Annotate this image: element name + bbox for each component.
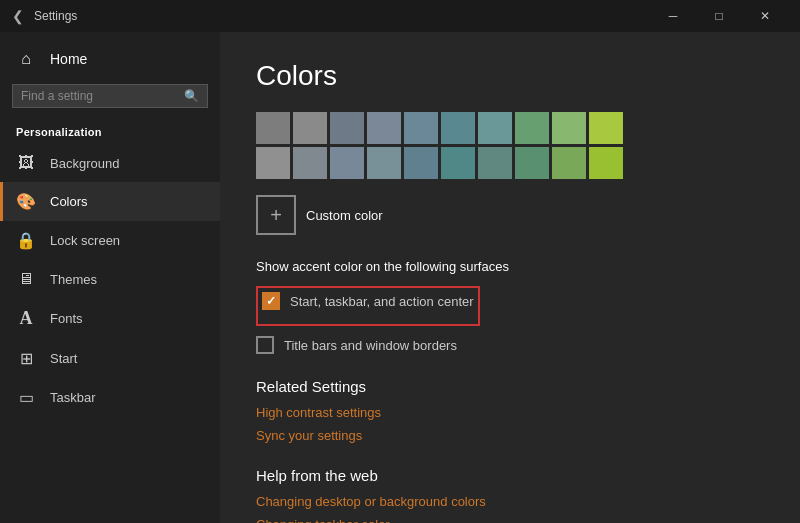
sidebar-item-colors[interactable]: 🎨 Colors xyxy=(0,182,220,221)
checkbox-item-1: Start, taskbar, and action center xyxy=(262,292,474,310)
titlebar: ❮ Settings ─ □ ✕ xyxy=(0,0,800,32)
highlight-border: Start, taskbar, and action center xyxy=(256,286,480,326)
checkbox-item-2: Title bars and window borders xyxy=(256,336,764,354)
color-swatch[interactable] xyxy=(552,147,586,179)
sidebar-item-label: Taskbar xyxy=(50,390,96,405)
fonts-icon: A xyxy=(16,308,36,329)
back-button[interactable]: ❮ xyxy=(12,8,24,24)
high-contrast-link[interactable]: High contrast settings xyxy=(256,405,764,420)
search-input[interactable] xyxy=(21,89,178,103)
sidebar-item-taskbar[interactable]: ▭ Taskbar xyxy=(0,378,220,417)
checkbox-title-bars[interactable] xyxy=(256,336,274,354)
color-swatch[interactable] xyxy=(404,112,438,144)
sidebar-item-label: Fonts xyxy=(50,311,83,326)
custom-color-label: Custom color xyxy=(306,208,383,223)
sidebar-item-label: Themes xyxy=(50,272,97,287)
color-swatch[interactable] xyxy=(478,112,512,144)
color-swatch[interactable] xyxy=(515,112,549,144)
content-area: Colors xyxy=(220,32,800,523)
color-swatch[interactable] xyxy=(293,112,327,144)
color-swatch[interactable] xyxy=(589,112,623,144)
sidebar-home-label: Home xyxy=(50,51,87,67)
color-swatch[interactable] xyxy=(330,112,364,144)
sidebar-item-label: Colors xyxy=(50,194,88,209)
maximize-button[interactable]: □ xyxy=(696,0,742,32)
color-swatch[interactable] xyxy=(367,147,401,179)
color-swatch[interactable] xyxy=(478,147,512,179)
change-taskbar-link[interactable]: Changing taskbar color xyxy=(256,517,764,523)
sidebar: ⌂ Home 🔍 Personalization 🖼 Background 🎨 … xyxy=(0,32,220,523)
window-controls: ─ □ ✕ xyxy=(650,0,788,32)
custom-color-button[interactable]: + xyxy=(256,195,296,235)
color-swatch[interactable] xyxy=(441,112,475,144)
sidebar-item-themes[interactable]: 🖥 Themes xyxy=(0,260,220,298)
color-swatch[interactable] xyxy=(589,147,623,179)
color-swatches-grid xyxy=(256,112,764,179)
colors-icon: 🎨 xyxy=(16,192,36,211)
checkbox-label-1: Start, taskbar, and action center xyxy=(290,294,474,309)
color-swatch[interactable] xyxy=(515,147,549,179)
sync-settings-link[interactable]: Sync your settings xyxy=(256,428,764,443)
lock-icon: 🔒 xyxy=(16,231,36,250)
accent-section-label: Show accent color on the following surfa… xyxy=(256,259,764,274)
plus-icon: + xyxy=(270,204,282,227)
checkbox-label-2: Title bars and window borders xyxy=(284,338,457,353)
themes-icon: 🖥 xyxy=(16,270,36,288)
color-row-1 xyxy=(256,112,764,144)
help-title: Help from the web xyxy=(256,467,764,484)
minimize-button[interactable]: ─ xyxy=(650,0,696,32)
related-settings-title: Related Settings xyxy=(256,378,764,395)
taskbar-icon: ▭ xyxy=(16,388,36,407)
sidebar-item-fonts[interactable]: A Fonts xyxy=(0,298,220,339)
color-swatch[interactable] xyxy=(256,112,290,144)
sidebar-item-start[interactable]: ⊞ Start xyxy=(0,339,220,378)
color-swatch[interactable] xyxy=(367,112,401,144)
help-section: Help from the web Changing desktop or ba… xyxy=(256,467,764,523)
page-title: Colors xyxy=(256,60,764,92)
close-button[interactable]: ✕ xyxy=(742,0,788,32)
custom-color-row: + Custom color xyxy=(256,195,764,235)
sidebar-item-background[interactable]: 🖼 Background xyxy=(0,144,220,182)
change-background-link[interactable]: Changing desktop or background colors xyxy=(256,494,764,509)
sidebar-section-title: Personalization xyxy=(0,118,220,144)
color-row-2 xyxy=(256,147,764,179)
titlebar-title: Settings xyxy=(34,9,650,23)
search-box[interactable]: 🔍 xyxy=(12,84,208,108)
sidebar-item-label: Start xyxy=(50,351,77,366)
sidebar-item-home[interactable]: ⌂ Home xyxy=(0,40,220,78)
color-swatch[interactable] xyxy=(404,147,438,179)
app-body: ⌂ Home 🔍 Personalization 🖼 Background 🎨 … xyxy=(0,32,800,523)
color-swatch[interactable] xyxy=(441,147,475,179)
sidebar-item-label: Background xyxy=(50,156,119,171)
color-swatch[interactable] xyxy=(293,147,327,179)
home-icon: ⌂ xyxy=(16,50,36,68)
sidebar-item-label: Lock screen xyxy=(50,233,120,248)
checkbox-start-taskbar[interactable] xyxy=(262,292,280,310)
related-settings-section: Related Settings High contrast settings … xyxy=(256,378,764,443)
background-icon: 🖼 xyxy=(16,154,36,172)
color-swatch[interactable] xyxy=(330,147,364,179)
start-icon: ⊞ xyxy=(16,349,36,368)
search-icon: 🔍 xyxy=(184,89,199,103)
color-swatch[interactable] xyxy=(552,112,586,144)
color-swatch[interactable] xyxy=(256,147,290,179)
sidebar-item-lock-screen[interactable]: 🔒 Lock screen xyxy=(0,221,220,260)
